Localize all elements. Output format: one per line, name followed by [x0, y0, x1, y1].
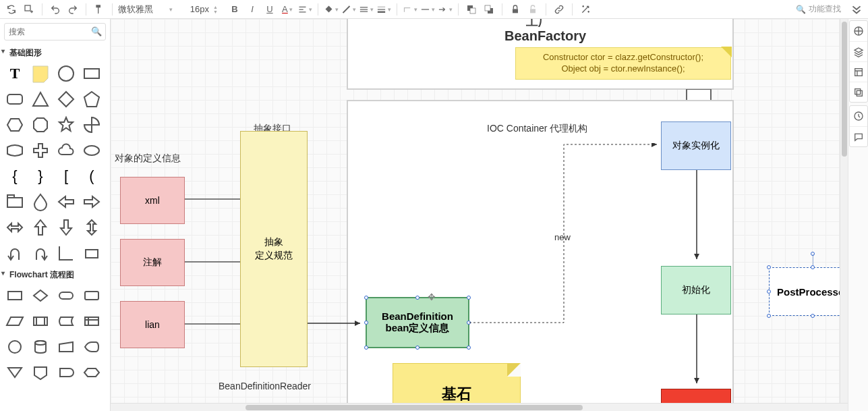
shape-fc-terminator[interactable]: [54, 283, 78, 308]
underline-icon[interactable]: U: [262, 2, 277, 17]
shape-arrow-left[interactable]: [54, 190, 78, 214]
shape-rect[interactable]: [80, 61, 104, 86]
shape-banner[interactable]: [3, 138, 27, 163]
shape-note[interactable]: [28, 61, 53, 86]
shape-drop[interactable]: [28, 190, 53, 214]
shape-fc-manual[interactable]: [54, 335, 78, 359]
shape-diamond[interactable]: [54, 87, 78, 111]
shape-tab[interactable]: [3, 190, 27, 214]
box-anno[interactable]: 注解: [120, 239, 185, 286]
shape-arrow-ud[interactable]: [80, 215, 104, 240]
shape-plus[interactable]: [28, 138, 53, 163]
rail-comment-icon[interactable]: [850, 126, 867, 146]
canvas-area[interactable]: 工厂 BeanFactory Constructor ctor = clazz.…: [111, 19, 848, 411]
section-flowchart[interactable]: Flowchart 流程图: [0, 267, 110, 282]
rail-navigator-icon[interactable]: [850, 21, 867, 41]
shape-ellipse[interactable]: [80, 138, 104, 163]
shape-pentagon[interactable]: [80, 87, 104, 111]
shape-fc-display[interactable]: [80, 335, 104, 359]
shape-triangle[interactable]: [28, 87, 53, 111]
box-abstract-spec[interactable]: 抽象 定义规范: [240, 131, 308, 367]
shape-fc-merge[interactable]: [3, 360, 27, 385]
scrollbar-thumb[interactable]: [245, 405, 583, 410]
vertical-scrollbar[interactable]: [840, 19, 848, 403]
shape-uturn-r[interactable]: [28, 241, 53, 265]
function-search[interactable]: 🔍 功能查找: [796, 3, 841, 15]
collapse-toolbar-icon[interactable]: [849, 2, 864, 17]
box-beandefinition[interactable]: BeanDefinition bean定义信息: [366, 297, 469, 348]
arrow-end-icon[interactable]: ▾: [438, 2, 453, 17]
shape-paren[interactable]: (: [80, 164, 104, 188]
font-color-icon[interactable]: A▾: [280, 2, 295, 17]
box-postprocessor[interactable]: PostProcessor: [769, 267, 848, 316]
line-style-icon[interactable]: ▾: [359, 2, 374, 17]
connector-type-icon[interactable]: ▾: [403, 2, 417, 17]
shape-fc-process[interactable]: [3, 283, 27, 308]
shape-fc-prep[interactable]: [80, 360, 104, 385]
box-obj-inst[interactable]: 对象实例化: [661, 121, 731, 170]
shape-arrow-up[interactable]: [28, 215, 53, 240]
horizontal-scrollbar[interactable]: [111, 403, 848, 411]
bring-front-icon[interactable]: [464, 2, 479, 17]
shape-octagon[interactable]: [28, 113, 53, 137]
shape-fc-offpage[interactable]: [28, 360, 53, 385]
shape-star[interactable]: [54, 113, 78, 137]
rail-copy-icon[interactable]: [850, 82, 867, 102]
box-xml[interactable]: xml: [120, 177, 185, 224]
unlock-icon[interactable]: [525, 2, 540, 17]
rail-history-icon[interactable]: [850, 106, 867, 126]
shape-sector[interactable]: [80, 113, 104, 137]
align-icon[interactable]: ▾: [297, 2, 312, 17]
shape-fc-data[interactable]: [3, 309, 27, 333]
shape-fc-database[interactable]: [28, 335, 53, 359]
shape-fc-card[interactable]: [80, 283, 104, 308]
shape-fc-delay[interactable]: [54, 360, 78, 385]
shape-fc-connector[interactable]: [3, 335, 27, 359]
font-family-select[interactable]: 微软雅黑: [118, 3, 165, 16]
chevron-down-icon[interactable]: ▾: [169, 6, 173, 13]
scrollbar-thumb[interactable]: [842, 22, 847, 157]
sticky-code[interactable]: Constructor ctor = clazz.getConstructor(…: [515, 47, 731, 80]
rail-layers-icon[interactable]: [850, 41, 867, 61]
shape-circle[interactable]: [54, 61, 78, 86]
line-width-icon[interactable]: ▾: [376, 2, 391, 17]
shape-fc-decision[interactable]: [28, 283, 53, 308]
undo-icon[interactable]: [48, 2, 63, 17]
italic-icon[interactable]: I: [245, 2, 260, 17]
section-basic-shapes[interactable]: 基础图形: [0, 45, 110, 60]
svg-rect-2: [470, 8, 475, 13]
font-size-stepper[interactable]: ▲▼: [213, 5, 218, 14]
rail-outline-icon[interactable]: [850, 61, 867, 82]
shape-cloud[interactable]: [54, 138, 78, 163]
magic-icon[interactable]: [578, 2, 593, 17]
shape-arrow-lr[interactable]: [3, 215, 27, 240]
font-size-select[interactable]: 16px: [185, 4, 209, 14]
shape-fc-internal[interactable]: [80, 309, 104, 333]
shape-brace-r[interactable]: }: [28, 164, 53, 188]
bold-icon[interactable]: B: [227, 2, 242, 17]
shape-text[interactable]: T: [3, 61, 27, 86]
fill-color-icon[interactable]: ▾: [324, 2, 339, 17]
shape-corner[interactable]: [54, 241, 78, 265]
shape-arrow-right[interactable]: [80, 190, 104, 214]
arrow-start-icon[interactable]: ▾: [420, 2, 435, 17]
shape-arrow-down[interactable]: [54, 215, 78, 240]
send-back-icon[interactable]: [482, 2, 496, 17]
redo-icon[interactable]: [65, 2, 80, 17]
rotate-icon[interactable]: [4, 2, 19, 17]
line-color-icon[interactable]: ▾: [341, 2, 356, 17]
shape-fc-predef[interactable]: [28, 309, 53, 333]
shape-hexagon[interactable]: [3, 113, 27, 137]
box-lian[interactable]: lian: [120, 301, 185, 348]
format-painter-icon[interactable]: [92, 2, 107, 17]
lock-icon[interactable]: [508, 2, 523, 17]
shape-brace-l[interactable]: {: [3, 164, 27, 188]
shape-uturn-l[interactable]: [3, 241, 27, 265]
new-shape-icon[interactable]: [22, 2, 36, 17]
shape-roundrect[interactable]: [3, 87, 27, 111]
shape-bracket-l[interactable]: [: [54, 164, 78, 188]
link-icon[interactable]: [552, 2, 567, 17]
shape-fc-stored[interactable]: [54, 309, 78, 333]
box-init[interactable]: 初始化: [661, 266, 731, 314]
shape-frame[interactable]: [80, 241, 104, 265]
